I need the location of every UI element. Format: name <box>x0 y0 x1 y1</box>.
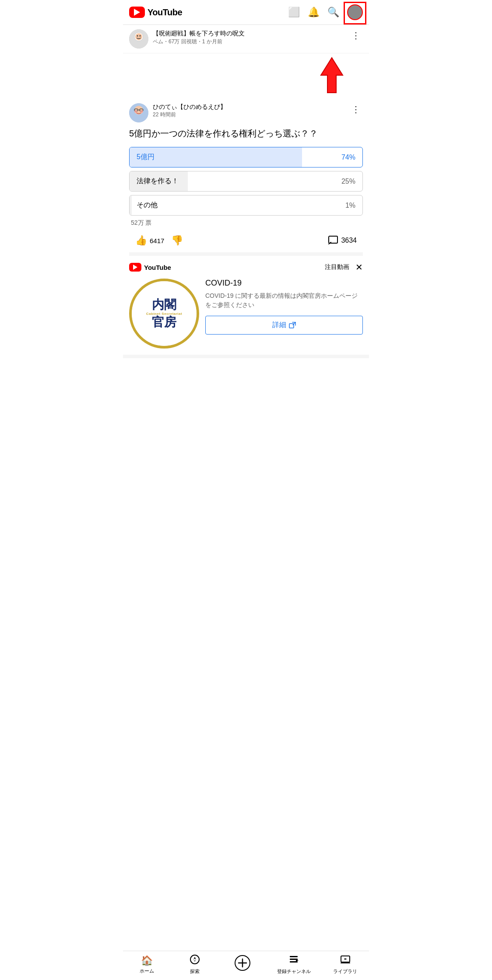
play-triangle <box>134 9 140 16</box>
svg-point-13 <box>141 110 143 113</box>
channel-avatar-image <box>129 29 148 49</box>
cabinet-secretariat-logo: 内閣 Cabinet Secretariat 官房 <box>129 279 199 349</box>
info-card-description: COVID-19 に関する最新の情報は内閣官房ホームページをご参照ください <box>205 291 363 310</box>
like-button[interactable]: 👍 6417 <box>135 235 164 246</box>
comment-more-icon[interactable]: ⋮ <box>349 103 363 115</box>
youtube-logo-text: YouTube <box>148 7 182 17</box>
poll-option-2[interactable]: 法律を作る！ 25% <box>129 171 363 192</box>
comment-section: ひのてぃ【ひのめるえび】 22 時間前 ⋮ 5億円か一つの法律を作れる権利どっち… <box>123 97 369 256</box>
poll-option-1-label: 5億円 <box>137 153 155 162</box>
commenter-avatar[interactable] <box>129 103 148 122</box>
cabinet-text-bottom: 官房 <box>152 316 176 329</box>
video-info-bar: 【呪術廻戦】帳を下ろす時の呪文 ペム・67万 回視聴・1 か月前 ⋮ <box>123 25 369 53</box>
info-card-right: 注目動画 ✕ <box>325 262 363 272</box>
thumbs-up-icon: 👍 <box>135 235 147 246</box>
svg-point-3 <box>137 35 138 37</box>
info-card-play-triangle <box>133 265 137 270</box>
action-row: 👍 6417 👎 3634 <box>129 233 363 256</box>
info-card-logo: YouTube <box>129 263 171 272</box>
info-card: YouTube 注目動画 ✕ 内閣 Cabinet Secretariat 官房… <box>123 256 369 358</box>
info-card-logo-text: YouTube <box>144 264 171 271</box>
dislike-button[interactable]: 👎 <box>171 235 183 246</box>
commenter-info: ひのてぃ【ひのめるえび】 22 時間前 <box>153 103 344 119</box>
thumbs-down-icon: 👎 <box>171 235 183 246</box>
user-avatar[interactable] <box>347 4 363 20</box>
info-card-link-label: 詳細 <box>272 321 286 330</box>
svg-point-12 <box>134 110 137 113</box>
more-options-icon[interactable]: ⋮ <box>349 29 363 42</box>
bottom-spacer <box>123 358 369 393</box>
cabinet-text-top: 内閣 <box>152 298 176 312</box>
info-card-title: COVID-19 <box>205 279 363 288</box>
info-card-header: YouTube 注目動画 ✕ <box>129 262 363 272</box>
channel-avatar[interactable] <box>129 29 148 49</box>
poll-option-3[interactable]: その他 1% <box>129 195 363 216</box>
svg-point-2 <box>135 33 142 40</box>
video-title: 【呪術廻戦】帳を下ろす時の呪文 <box>153 29 344 37</box>
logo-area: YouTube <box>129 7 288 18</box>
external-link-icon <box>289 322 296 329</box>
svg-point-4 <box>140 35 141 37</box>
commenter-name: ひのてぃ【ひのめるえび】 <box>153 103 344 111</box>
info-card-label: 注目動画 <box>325 263 349 271</box>
poll-option-3-fill <box>130 195 132 215</box>
red-arrow-up <box>312 56 351 95</box>
commenter-row: ひのてぃ【ひのめるえび】 22 時間前 ⋮ <box>129 103 363 122</box>
info-card-text-area: COVID-19 COVID-19 に関する最新の情報は内閣官房ホームページをご… <box>205 279 363 349</box>
commenter-avatar-image <box>129 103 148 122</box>
info-card-link-button[interactable]: 詳細 <box>205 316 363 335</box>
poll-option-3-pct: 1% <box>345 202 355 209</box>
youtube-logo-icon <box>129 7 145 18</box>
info-card-body: 内閣 Cabinet Secretariat 官房 COVID-19 COVID… <box>129 279 363 349</box>
poll-option-1[interactable]: 5億円 74% <box>129 147 363 167</box>
video-info-text: 【呪術廻戦】帳を下ろす時の呪文 ペム・67万 回視聴・1 か月前 <box>153 29 344 45</box>
comment-text: 5億円か一つの法律を作れる権利どっち選ぶ？？ <box>129 127 363 140</box>
app-header: YouTube ⬜ 🔔 🔍 <box>123 0 369 25</box>
poll-option-3-label: その他 <box>137 201 158 210</box>
cabinet-secretariat-inner: 内閣 Cabinet Secretariat 官房 <box>132 281 197 346</box>
video-meta: ペム・67万 回視聴・1 か月前 <box>153 38 344 45</box>
info-card-yt-logo-icon <box>129 263 141 272</box>
close-icon[interactable]: ✕ <box>355 262 363 272</box>
cast-icon[interactable]: ⬜ <box>288 7 300 18</box>
search-icon[interactable]: 🔍 <box>327 7 339 18</box>
like-count: 6417 <box>150 237 164 244</box>
comment-button[interactable]: 3634 <box>328 235 357 246</box>
svg-rect-14 <box>329 236 337 243</box>
comment-icon <box>328 235 338 246</box>
poll-option-2-label: 法律を作る！ <box>137 177 179 186</box>
header-icons: ⬜ 🔔 🔍 <box>288 4 363 20</box>
bell-icon[interactable]: 🔔 <box>308 7 320 18</box>
poll-votes: 52万 票 <box>131 219 363 227</box>
arrow-annotation <box>123 53 369 97</box>
comment-time: 22 時間前 <box>153 111 344 119</box>
poll-container: 5億円 74% 法律を作る！ 25% その他 1% 52万 票 <box>129 147 363 227</box>
comment-count: 3634 <box>341 237 357 244</box>
poll-option-2-pct: 25% <box>341 178 355 185</box>
poll-option-1-pct: 74% <box>341 153 355 161</box>
poll-option-1-fill <box>130 147 302 167</box>
